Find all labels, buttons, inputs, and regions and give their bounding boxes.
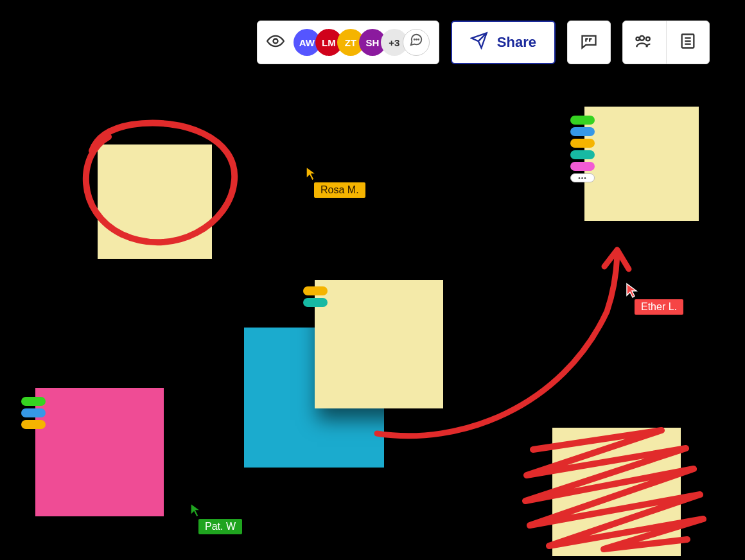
cursor-icon — [189, 502, 202, 518]
quote-icon — [580, 32, 598, 53]
document-icon — [679, 32, 697, 53]
presence-group: AW LM ZT SH +3 — [257, 21, 439, 64]
note-tags — [303, 286, 328, 307]
cursor-icon — [305, 166, 318, 181]
participants-button[interactable] — [623, 21, 667, 64]
remote-cursor: Rosa M. — [305, 166, 365, 198]
note-tags — [21, 397, 46, 429]
svg-point-5 — [646, 37, 650, 41]
freehand-scribble — [514, 417, 713, 559]
freehand-circle — [71, 116, 244, 257]
cursor-label: Ether L. — [635, 299, 683, 315]
tag-pill[interactable] — [21, 397, 46, 406]
svg-point-3 — [418, 39, 419, 40]
cursor-label: Pat. W — [198, 519, 242, 534]
cursor-label: Rosa M. — [314, 182, 365, 198]
cursor-icon — [626, 283, 638, 298]
remote-cursor: Pat. W — [189, 502, 242, 534]
share-button-label: Share — [497, 34, 536, 51]
annotations-button[interactable] — [567, 21, 611, 64]
tag-pill[interactable] — [570, 116, 595, 125]
svg-point-2 — [416, 39, 417, 40]
tag-pill[interactable] — [303, 286, 328, 295]
send-icon — [470, 31, 488, 53]
svg-point-0 — [273, 39, 277, 44]
svg-point-6 — [636, 37, 640, 40]
people-icon — [635, 32, 653, 53]
tag-pill[interactable] — [21, 420, 46, 429]
share-button[interactable]: Share — [451, 21, 556, 64]
panel-buttons — [622, 21, 710, 64]
tag-pill[interactable] — [570, 150, 595, 159]
tag-pill[interactable] — [570, 162, 595, 171]
remote-cursor: Ether L. — [626, 283, 683, 315]
sticky-note[interactable] — [35, 388, 164, 516]
toolbar: AW LM ZT SH +3 Share — [257, 21, 710, 64]
tag-pill[interactable] — [570, 127, 595, 136]
note-tags: ••• — [570, 116, 595, 182]
comment-icon[interactable] — [403, 29, 430, 56]
sticky-note[interactable]: ••• — [584, 107, 699, 221]
svg-point-1 — [414, 39, 415, 40]
outline-button[interactable] — [667, 21, 710, 64]
svg-point-4 — [640, 36, 644, 40]
collaborator-avatars[interactable]: AW LM ZT SH +3 — [294, 29, 430, 56]
tag-more[interactable]: ••• — [570, 173, 595, 182]
visibility-icon[interactable] — [267, 32, 285, 53]
tag-pill[interactable] — [303, 298, 328, 307]
tag-pill[interactable] — [570, 139, 595, 148]
tag-pill[interactable] — [21, 408, 46, 417]
